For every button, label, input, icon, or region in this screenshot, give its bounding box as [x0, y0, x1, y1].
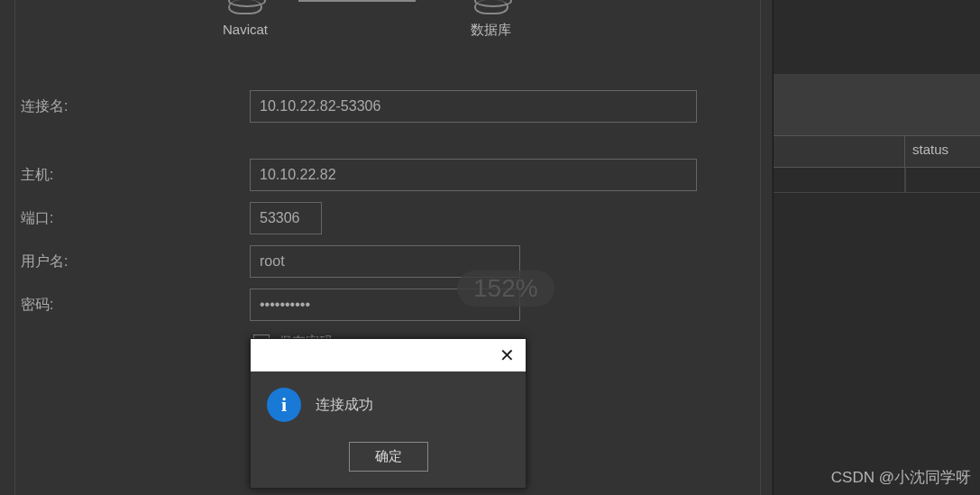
dialog-body: i 连接成功 [251, 371, 526, 431]
product-navicat-label: Navicat [223, 22, 268, 37]
side-col-status[interactable]: status [905, 136, 980, 167]
ok-button[interactable]: 确定 [349, 442, 428, 472]
watermark: CSDN @小沈同学呀 [831, 467, 971, 488]
product-navicat[interactable]: Navicat [223, 0, 268, 37]
product-database[interactable]: 数据库 [471, 0, 511, 39]
side-table-header: status [774, 135, 980, 168]
port-label: 端口: [15, 209, 250, 228]
row-connection-name: 连接名: [15, 90, 760, 123]
connection-name-input[interactable] [250, 90, 697, 123]
connection-name-label: 连接名: [15, 97, 250, 116]
database-icon [473, 0, 509, 18]
port-input[interactable] [250, 202, 322, 234]
row-username: 用户名: [15, 245, 760, 278]
side-col-empty [774, 136, 905, 167]
connection-dialog-panel: Navicat 数据库 连接名: 主机: 端口: 用户名: 密码: [0, 0, 772, 495]
row-port: 端口: [15, 202, 760, 234]
dialog-titlebar: ✕ [251, 339, 526, 371]
connection-result-dialog: ✕ i 连接成功 确定 [250, 338, 527, 489]
info-icon: i [267, 388, 301, 422]
product-database-label: 数据库 [471, 22, 511, 39]
side-table-row [774, 168, 980, 193]
selection-underline [298, 0, 416, 2]
dialog-message: 连接成功 [316, 396, 373, 415]
side-panel: status [773, 0, 980, 495]
host-label: 主机: [15, 166, 250, 185]
close-icon[interactable]: ✕ [499, 344, 515, 366]
side-cell [905, 168, 906, 192]
dialog-footer: 确定 [251, 431, 526, 488]
row-password: 密码: [15, 289, 760, 321]
row-host: 主机: [15, 159, 760, 191]
database-icon [227, 0, 263, 18]
host-input[interactable] [250, 159, 697, 191]
side-cell [774, 168, 905, 192]
username-label: 用户名: [15, 252, 250, 271]
products-row: Navicat 数据库 [15, 0, 760, 54]
form-area: Navicat 数据库 连接名: 主机: 端口: 用户名: 密码: [14, 0, 761, 495]
password-label: 密码: [15, 296, 250, 315]
side-panel-banner [774, 74, 980, 135]
zoom-indicator: 152% [457, 270, 554, 307]
